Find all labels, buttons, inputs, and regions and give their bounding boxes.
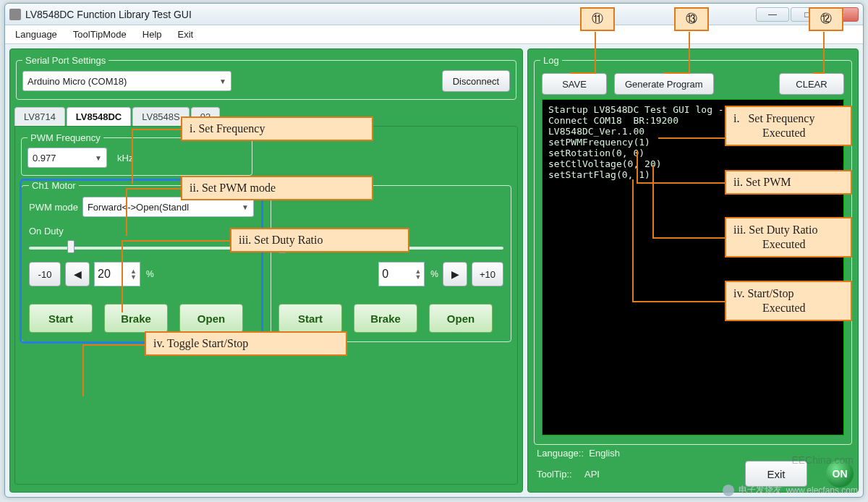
disconnect-button[interactable]: Disconnect [442, 70, 510, 92]
ch2-plus10-button[interactable]: +10 [472, 262, 503, 286]
ch1-duty-value: 20 [98, 268, 111, 281]
ch1-duty-slider[interactable] [29, 242, 254, 255]
spinner-icon[interactable]: ▲▼ [414, 268, 421, 280]
log-view[interactable]: Startup LV8548DC Test GUI log ---- Conne… [542, 99, 844, 435]
menu-exit[interactable]: Exit [175, 27, 197, 41]
status-tooltip: ToolTip:: API [532, 467, 739, 481]
log-legend: Log [540, 55, 562, 66]
callout-log-set-pwm: ii. Set PWM [725, 170, 852, 195]
titlebar: LV8548DC Function Library Test GUI — □ × [5, 4, 863, 25]
pwm-frequency-value: 0.977 [33, 153, 56, 163]
ch2-brake-button[interactable]: Brake [354, 304, 417, 333]
ch2-start-button[interactable]: Start [278, 304, 342, 333]
clear-button[interactable]: CLEAR [779, 73, 844, 95]
generate-program-button[interactable]: Generate Program [614, 73, 714, 95]
menu-tooltipmode[interactable]: ToolTipMode [70, 27, 129, 41]
ch1-decrement-button[interactable]: ◀ [65, 262, 90, 286]
callout-log-set-duty: iii. Set Duty Ratio Executed [725, 217, 852, 258]
window-title: LV8548DC Function Library Test GUI [25, 9, 192, 20]
serial-port-select[interactable]: Arduino Micro (COM18) ▼ [22, 71, 231, 91]
serial-port-group: Serial Port Settings Arduino Micro (COM1… [16, 55, 516, 100]
serial-port-legend: Serial Port Settings [22, 55, 109, 66]
ch2-motor-group: Ch2 Motor On Duty 0 ▲▼ [271, 180, 511, 342]
eechina-watermark: EEChina.com [791, 454, 854, 466]
save-button[interactable]: SAVE [542, 73, 607, 95]
elecfans-watermark: 电子发烧友 www.elecfans.com [723, 484, 858, 496]
serial-port-value: Arduino Micro (COM18) [27, 76, 127, 87]
left-panel: Serial Port Settings Arduino Micro (COM1… [9, 48, 523, 493]
spinner-icon[interactable]: ▲▼ [130, 268, 137, 280]
ch1-legend: Ch1 Motor [29, 180, 79, 191]
callout-set-pwm-mode: ii. Set PWM mode [181, 176, 373, 200]
percent-label: % [146, 269, 154, 279]
ch1-motor-group: Ch1 Motor PWM mode Forward<->Open(Standl… [21, 180, 262, 342]
app-icon [9, 9, 21, 20]
callout-log-set-frequency: i. Set Frequency Executed [725, 106, 852, 146]
watermark-icon [723, 485, 734, 496]
minimize-button[interactable]: — [756, 7, 789, 22]
pwm-mode-label: PWM mode [29, 202, 78, 213]
chevron-down-icon: ▼ [242, 203, 249, 211]
ch2-duty-input[interactable]: 0 ▲▼ [378, 262, 425, 286]
callout-12: ⑫ [809, 7, 843, 31]
chevron-down-icon: ▼ [219, 77, 226, 85]
callout-log-start-stop: iv. Start/Stop Executed [725, 281, 852, 321]
menu-language[interactable]: Language [12, 27, 60, 41]
callout-toggle-start-stop: iv. Toggle Start/Stop [145, 331, 347, 356]
pwm-frequency-select[interactable]: 0.977 ▼ [27, 148, 107, 168]
ch2-increment-button[interactable]: ▶ [443, 262, 467, 286]
pwm-mode-value: Forward<->Open(Standl [88, 202, 189, 213]
callout-13: ⑬ [674, 7, 709, 31]
callout-set-duty-ratio: iii. Set Duty Ratio [230, 228, 409, 252]
callout-11: ⑪ [580, 7, 615, 31]
ch1-start-button[interactable]: Start [29, 304, 93, 333]
ch1-open-button[interactable]: Open [179, 304, 243, 333]
ch2-open-button[interactable]: Open [429, 304, 493, 333]
on-duty-label: On Duty [29, 226, 64, 237]
chevron-down-icon: ▼ [95, 154, 102, 162]
menu-help[interactable]: Help [140, 27, 165, 41]
ch2-duty-value: 0 [382, 268, 388, 281]
tab-lv8548dc[interactable]: LV8548DC [67, 107, 131, 126]
ch1-brake-button[interactable]: Brake [104, 304, 168, 333]
ch1-duty-input[interactable]: 20 ▲▼ [94, 262, 140, 286]
menubar: Language ToolTipMode Help Exit [5, 25, 863, 44]
pwm-frequency-legend: PWM Frequency [27, 132, 103, 143]
ch1-minus10-button[interactable]: -10 [29, 262, 61, 286]
callout-set-frequency: i. Set Frequency [181, 116, 373, 141]
percent-label: % [430, 269, 438, 279]
tab-lv8714[interactable]: LV8714 [14, 107, 65, 126]
